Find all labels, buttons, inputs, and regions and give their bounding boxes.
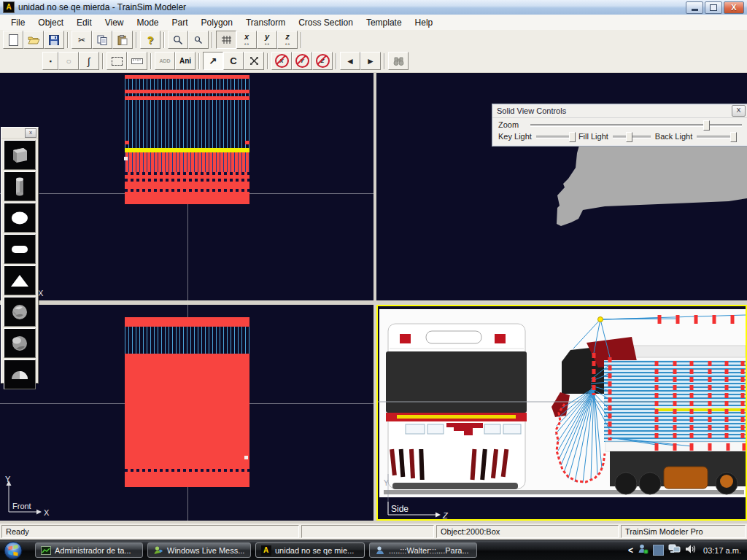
grid-toggle-button[interactable]	[216, 31, 236, 49]
panel-close-button[interactable]: X	[732, 105, 746, 117]
zoom-in-button[interactable]	[168, 31, 188, 49]
taskbar-button-messenger[interactable]: Windows Live Mess...	[147, 542, 251, 558]
scale-button[interactable]	[244, 52, 264, 70]
tray-expand-chevron[interactable]: <	[628, 545, 633, 556]
taskbar: Administrador de ta... Windows Live Mess…	[0, 540, 747, 560]
toolbar-edit: ▪ ○ ∫ ADD Ani ↗ C X Y Z ◄ ►	[0, 50, 747, 72]
taskbar-button-trainsim[interactable]: A unidad no se qe mie...	[255, 542, 365, 558]
tool-box[interactable]	[4, 140, 36, 170]
axis-z-button[interactable]: z↔	[277, 31, 298, 49]
taskbar-button-task-manager[interactable]: Administrador de ta...	[35, 542, 143, 558]
translate-button[interactable]: ↗	[203, 52, 223, 70]
menu-object[interactable]: Object	[31, 16, 70, 29]
help-button[interactable]: ?	[140, 31, 160, 49]
measure-button[interactable]	[127, 52, 147, 70]
taskbar-clock[interactable]: 03:17 a.m.	[703, 546, 741, 555]
tool-sphere[interactable]	[4, 328, 36, 358]
menu-part[interactable]: Part	[166, 16, 195, 29]
open-button[interactable]	[23, 31, 44, 49]
start-button[interactable]	[2, 541, 24, 560]
menu-mode[interactable]: Mode	[131, 16, 166, 29]
model-wireframe-top[interactable]	[125, 75, 249, 204]
taskbar-button-msn-chat[interactable]: .....:::Walter:::....Para...	[369, 542, 477, 558]
menu-edit[interactable]: Edit	[70, 16, 98, 29]
circle-tool-button[interactable]: ○	[58, 52, 79, 70]
menu-template[interactable]: Template	[360, 16, 409, 29]
axis-z-label: Z	[442, 511, 449, 519]
menu-polygon[interactable]: Polygon	[195, 16, 239, 29]
curve-tool-button[interactable]: ∫	[79, 52, 99, 70]
left-right-arrow-icon: ↔	[263, 40, 271, 45]
save-button[interactable]	[44, 31, 64, 49]
menu-view[interactable]: View	[98, 16, 131, 29]
tool-dome[interactable]	[4, 359, 36, 389]
find-button[interactable]	[388, 52, 409, 70]
model-wireframe-front[interactable]	[125, 317, 249, 487]
selected-vertex[interactable]	[244, 456, 248, 459]
title-bar[interactable]: A unidad no se qe mierda - TrainSim Mode…	[0, 0, 747, 15]
tool-sphere-textured[interactable]	[4, 297, 36, 327]
zoom-slider-track[interactable]	[530, 124, 742, 127]
rotate-button[interactable]: C	[223, 52, 244, 70]
viewport-side-selected[interactable]: Y Side Z	[376, 305, 747, 521]
cut-button[interactable]: ✂	[71, 31, 92, 49]
back-light-thumb[interactable]	[730, 132, 737, 142]
viewport-top-left[interactable]: X	[0, 73, 374, 300]
magnifier-icon	[173, 35, 183, 45]
add-button[interactable]: ADD	[155, 52, 175, 70]
previous-button[interactable]: ◄	[340, 52, 360, 70]
tool-cone[interactable]	[4, 265, 36, 295]
binoculars-icon	[393, 56, 404, 66]
tray-app-icon[interactable]	[653, 545, 664, 556]
selected-vertex-yellow[interactable]	[598, 317, 603, 322]
restore-button[interactable]	[705, 1, 722, 14]
close-icon: X	[731, 4, 736, 12]
zoom-slider-thumb[interactable]	[703, 120, 710, 131]
key-light-track[interactable]	[536, 136, 574, 139]
fill-light-slider[interactable]	[613, 131, 651, 141]
crosshair-horizontal	[249, 403, 374, 404]
shape-tool-palette[interactable]: x	[1, 127, 39, 384]
viewport-front[interactable]: Y Front X	[0, 305, 374, 521]
zoom-out-button[interactable]	[188, 31, 209, 49]
lock-x-button[interactable]: X	[271, 52, 292, 70]
close-button[interactable]: X	[724, 1, 744, 14]
zoom-slider[interactable]	[530, 120, 742, 130]
selected-vertex[interactable]	[124, 157, 128, 160]
minimize-button[interactable]	[686, 1, 703, 14]
next-button[interactable]: ►	[360, 52, 381, 70]
animation-button[interactable]: Ani	[175, 52, 196, 70]
copy-button[interactable]	[92, 31, 112, 49]
palette-title-bar[interactable]: x	[1, 128, 38, 139]
trainsim-icon: A	[260, 545, 271, 556]
selection-rectangle-icon	[112, 57, 123, 66]
menu-help[interactable]: Help	[409, 16, 440, 29]
paste-button[interactable]	[112, 31, 133, 49]
new-button[interactable]	[3, 31, 23, 49]
key-light-slider[interactable]	[536, 131, 574, 141]
point-mode-button[interactable]: ▪	[42, 52, 58, 70]
tray-network-icon[interactable]	[668, 544, 681, 557]
palette-close-button[interactable]: x	[25, 128, 36, 138]
solid-view-controls-panel[interactable]: Solid View Controls X Zoom Key Light Fil…	[492, 104, 747, 147]
tool-capsule[interactable]	[4, 234, 36, 264]
key-light-thumb[interactable]	[569, 132, 576, 142]
tray-volume-icon[interactable]	[685, 544, 696, 557]
select-rect-button[interactable]	[107, 52, 127, 70]
back-light-track[interactable]	[697, 136, 735, 139]
fill-light-thumb[interactable]	[626, 132, 632, 142]
lock-y-button[interactable]: Y	[292, 52, 312, 70]
lock-z-button[interactable]: Z	[312, 52, 333, 70]
back-light-slider[interactable]	[697, 131, 735, 141]
solid-view-controls-titlebar[interactable]: Solid View Controls X	[492, 104, 747, 118]
tool-cylinder[interactable]	[4, 171, 36, 201]
ani-label: Ani	[179, 57, 191, 65]
menu-cross-section[interactable]: Cross Section	[292, 16, 360, 29]
tool-ellipse[interactable]	[4, 203, 36, 233]
menu-file[interactable]: File	[4, 16, 31, 29]
axis-y-button[interactable]: y↔	[257, 31, 277, 49]
tray-messenger-icon[interactable]	[638, 543, 649, 557]
menu-transform[interactable]: Transform	[239, 16, 292, 29]
cone-icon	[7, 270, 32, 292]
axis-x-button[interactable]: x↔	[236, 31, 257, 49]
